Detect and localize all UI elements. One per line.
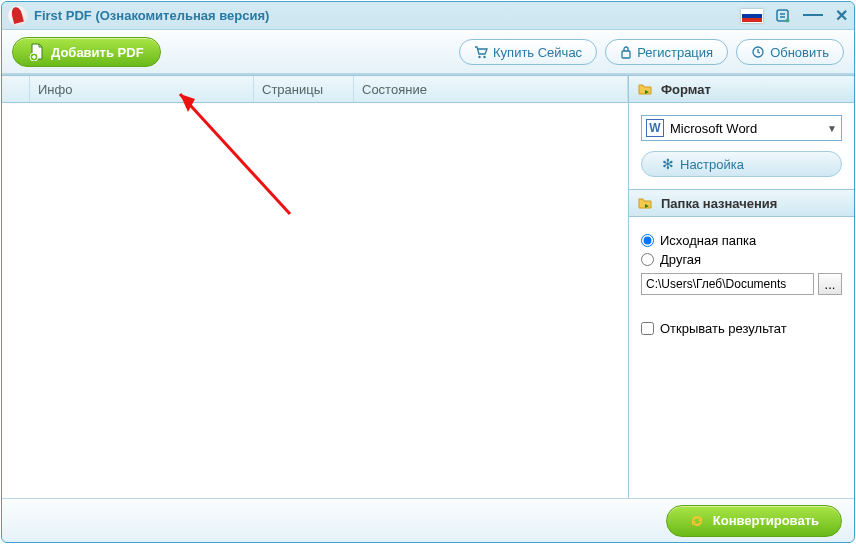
svg-rect-5 [622,51,630,58]
format-select[interactable]: W Microsoft Word ▼ [641,115,842,141]
destination-section-header: Папка назначения [629,189,854,217]
convert-button[interactable]: Конвертировать [666,505,842,537]
col-state[interactable]: Состояние [354,76,628,102]
update-icon [751,45,765,59]
browse-button[interactable]: ... [818,273,842,295]
buy-now-button[interactable]: Купить Сейчас [459,39,597,65]
feedback-icon[interactable] [775,8,791,24]
open-result-label: Открывать результат [660,321,787,336]
source-folder-radio[interactable]: Исходная папка [641,233,842,248]
open-result-checkbox-row[interactable]: Открывать результат [641,321,842,336]
other-folder-radio[interactable]: Другая [641,252,842,267]
convert-icon [689,513,705,529]
destination-path-input[interactable] [641,273,814,295]
col-checkbox[interactable] [2,76,30,102]
cart-icon [474,45,488,59]
language-flag-ru[interactable] [741,9,763,23]
source-folder-radio-input[interactable] [641,234,654,247]
format-selected-label: Microsoft Word [670,121,757,136]
register-label: Регистрация [637,45,713,60]
destination-section-title: Папка назначения [661,196,777,211]
toolbar: Добавить PDF Купить Сейчас Регистрация О… [2,30,854,74]
source-folder-label: Исходная папка [660,233,756,248]
chevron-down-icon: ▼ [827,123,837,134]
add-document-icon [29,43,45,61]
other-folder-radio-input[interactable] [641,253,654,266]
close-button[interactable]: ✕ [835,6,848,25]
window-title: First PDF (Ознакомительная версия) [34,8,269,23]
titlebar: First PDF (Ознакомительная версия) — ✕ [2,2,854,30]
folder-arrow-icon [637,81,653,97]
lock-icon [620,45,632,59]
file-list-body[interactable] [2,103,628,498]
footer: Конвертировать [2,498,854,542]
col-info[interactable]: Инфо [30,76,254,102]
svg-point-1 [786,18,790,22]
format-section-header: Формат [629,75,854,103]
update-button[interactable]: Обновить [736,39,844,65]
add-pdf-label: Добавить PDF [51,45,144,60]
open-result-checkbox[interactable] [641,322,654,335]
word-icon: W [646,119,664,137]
file-list-pane: Инфо Страницы Состояние [2,75,628,498]
svg-point-4 [483,56,485,58]
app-window: First PDF (Ознакомительная версия) — ✕ Д… [1,1,855,543]
format-section-title: Формат [661,82,711,97]
other-folder-label: Другая [660,252,701,267]
gear-icon [662,156,674,172]
folder-arrow-icon [637,195,653,211]
svg-point-3 [478,56,480,58]
app-logo-icon [8,6,28,26]
col-pages[interactable]: Страницы [254,76,354,102]
settings-label: Настройка [680,157,744,172]
settings-button[interactable]: Настройка [641,151,842,177]
add-pdf-button[interactable]: Добавить PDF [12,37,161,67]
update-label: Обновить [770,45,829,60]
list-header: Инфо Страницы Состояние [2,75,628,103]
minimize-button[interactable]: — [803,8,823,18]
side-panel: Формат W Microsoft Word ▼ Настройка Папк… [628,75,854,498]
register-button[interactable]: Регистрация [605,39,728,65]
convert-label: Конвертировать [713,513,819,528]
buy-now-label: Купить Сейчас [493,45,582,60]
